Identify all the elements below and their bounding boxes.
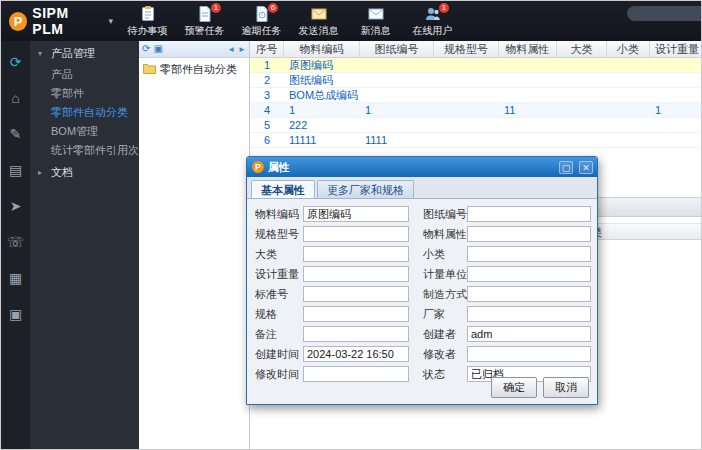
menu-item-overdue-tasks[interactable]: 6 逾期任务	[233, 1, 290, 41]
menu-label: 逾期任务	[242, 24, 282, 38]
send-icon[interactable]: ➤	[5, 195, 27, 217]
menu-item-new-message[interactable]: 新消息	[347, 1, 404, 41]
cell-seq: 6	[250, 133, 284, 147]
column-header-material-attr[interactable]: 物料属性	[499, 41, 557, 57]
close-icon[interactable]: ✕	[579, 161, 593, 174]
column-header-design-weight[interactable]: 设计重量	[650, 41, 702, 57]
app-logo[interactable]: P SIPM PLM ▾	[1, 5, 113, 37]
search-input[interactable]	[627, 6, 702, 21]
sidebar-item-parts-auto-classify[interactable]: 零部件自动分类	[30, 103, 139, 122]
expand-all-icon[interactable]: ▣	[153, 44, 162, 54]
menu-label: 发送消息	[299, 24, 339, 38]
material-attr-field[interactable]	[467, 226, 591, 242]
material-code-field[interactable]	[303, 206, 409, 222]
cell-minor	[607, 88, 650, 102]
field-label: 图纸编号	[423, 207, 467, 222]
form-row: 设计重量计量单位	[253, 264, 591, 284]
modifier-field[interactable]	[467, 346, 591, 362]
column-header-material-code[interactable]: 物料编码	[284, 41, 360, 57]
cell-spec	[434, 88, 499, 102]
cancel-button[interactable]: 取消	[543, 377, 589, 398]
sidebar: ▾ 产品管理 产品 零部件 零部件自动分类 BOM管理 统计零部件引用次数 ▸ …	[30, 41, 139, 450]
creator-field[interactable]	[467, 326, 591, 342]
topbar-menu: 待办事项 1 预警任务 6 逾期任务 发送消息 新消息 1	[119, 1, 461, 41]
unit-field[interactable]	[467, 266, 591, 282]
cell-minor	[607, 118, 650, 132]
modify-time-field[interactable]	[303, 366, 409, 382]
tab-basic-properties[interactable]: 基本属性	[251, 180, 315, 198]
cell-minor	[607, 58, 650, 72]
design-weight-field[interactable]	[303, 266, 409, 282]
field-label: 修改者	[423, 347, 467, 362]
spec-model-field[interactable]	[303, 226, 409, 242]
standard-no-field[interactable]	[303, 286, 409, 302]
maximize-icon[interactable]: ▢	[559, 161, 573, 174]
classification-tree-panel: ⟳ ▣ ◄ ► 零部件自动分类	[139, 41, 250, 450]
refresh-icon[interactable]: ⟳	[5, 51, 27, 73]
edit-icon[interactable]: ✎	[5, 123, 27, 145]
column-header-major-class[interactable]: 大类	[557, 41, 607, 57]
sidebar-item-product[interactable]: 产品	[30, 65, 139, 84]
menu-item-send-message[interactable]: 发送消息	[290, 1, 347, 41]
cell-weight	[650, 133, 702, 147]
manufacture-method-field[interactable]	[467, 286, 591, 302]
grid-header: 序号 物料编码 图纸编号 规格型号 物料属性 大类 小类 设计重量	[250, 41, 702, 58]
column-header-seq[interactable]: 序号	[250, 41, 284, 57]
field-label: 创建者	[423, 327, 467, 342]
book-icon[interactable]: ▦	[5, 267, 27, 289]
cell-spec	[434, 103, 499, 117]
column-header-drawing-no[interactable]: 图纸编号	[360, 41, 434, 57]
column-header-minor-class[interactable]: 小类	[607, 41, 650, 57]
table-row[interactable]: 1原图编码	[250, 58, 702, 73]
create-time-field[interactable]	[303, 346, 409, 362]
menu-label: 新消息	[361, 24, 391, 38]
table-row[interactable]: 3BOM总成编码	[250, 88, 702, 103]
table-row[interactable]: 5222	[250, 118, 702, 133]
ok-button[interactable]: 确定	[491, 377, 537, 398]
chevron-down-icon: ▾	[108, 16, 113, 26]
drawing-no-field[interactable]	[467, 206, 591, 222]
cell-attr	[499, 133, 557, 147]
cell-attr	[499, 73, 557, 87]
sidebar-item-parts[interactable]: 零部件	[30, 84, 139, 103]
table-row[interactable]: 411111	[250, 103, 702, 118]
menu-item-todo[interactable]: 待办事项	[119, 1, 176, 41]
column-header-spec-model[interactable]: 规格型号	[434, 41, 499, 57]
refresh-icon[interactable]: ⟳	[142, 44, 150, 54]
sidebar-item-parts-ref-count[interactable]: 统计零部件引用次数	[30, 141, 139, 160]
collapse-right-icon[interactable]: ►	[238, 45, 246, 54]
sipm-plm-app: P SIPM PLM ▾ 待办事项 1 预警任务 6 逾期任务 发送消息	[0, 0, 702, 450]
section-label: 产品管理	[51, 46, 95, 61]
modules-icon[interactable]: ▤	[5, 159, 27, 181]
home-icon[interactable]: ⌂	[5, 87, 27, 109]
table-row[interactable]: 2图纸编码	[250, 73, 702, 88]
dialog-titlebar[interactable]: P 属性 ▢ ✕	[247, 157, 597, 177]
spec-field[interactable]	[303, 306, 409, 322]
tab-more-vendors-specs[interactable]: 更多厂家和规格	[317, 180, 414, 198]
cell-major	[557, 88, 607, 102]
phone-icon[interactable]: ☏	[5, 231, 27, 253]
form-row: 备注创建者	[253, 324, 591, 344]
cell-weight	[650, 58, 702, 72]
major-class-field[interactable]	[303, 246, 409, 262]
table-row[interactable]: 6111111111	[250, 133, 702, 148]
sidebar-section-documents[interactable]: ▸ 文档	[30, 160, 139, 184]
dialog-title: 属性	[268, 160, 553, 175]
menu-item-online-users[interactable]: 1 在线用户	[404, 1, 461, 41]
menu-item-warning-tasks[interactable]: 1 预警任务	[176, 1, 233, 41]
cell-drawing-no	[360, 58, 434, 72]
tree-node-root[interactable]: 零部件自动分类	[139, 60, 249, 78]
form-row: 标准号制造方式	[253, 284, 591, 304]
sidebar-section-product-mgmt[interactable]: ▾ 产品管理	[30, 41, 139, 65]
contact-card-icon[interactable]: ▣	[5, 303, 27, 325]
collapse-left-icon[interactable]: ◄	[227, 45, 235, 54]
remark-field[interactable]	[303, 326, 409, 342]
form-row: 规格型号物料属性	[253, 224, 591, 244]
minor-class-field[interactable]	[467, 246, 591, 262]
vendor-field[interactable]	[467, 306, 591, 322]
field-label: 计量单位	[423, 267, 467, 282]
sidebar-item-bom-mgmt[interactable]: BOM管理	[30, 122, 139, 141]
cell-attr	[499, 88, 557, 102]
cell-spec	[434, 118, 499, 132]
field-label: 物料属性	[423, 227, 467, 242]
